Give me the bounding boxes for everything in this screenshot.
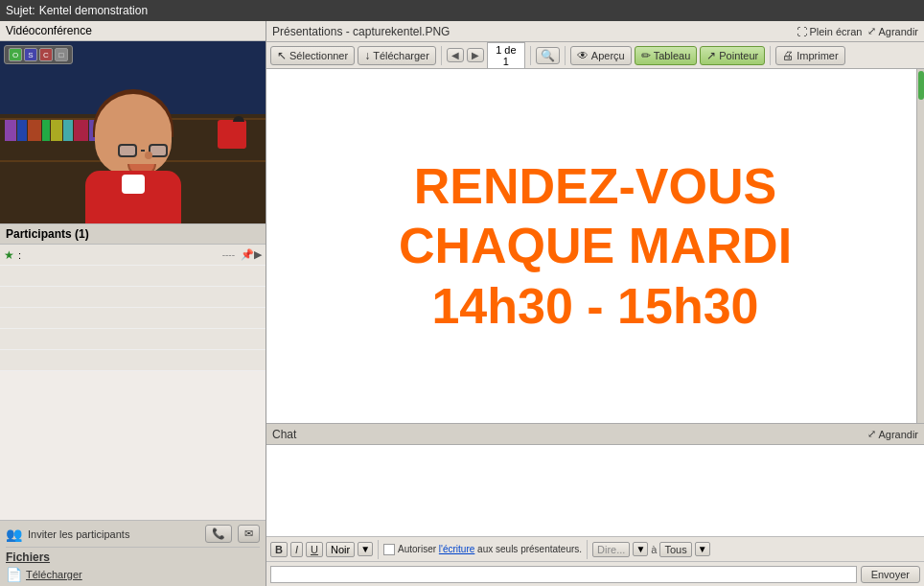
download-icon: ↓ [364, 49, 370, 62]
page-display: 1 de 1 [487, 42, 525, 69]
avatar-collar [122, 175, 145, 194]
select-icon: ↖ [277, 49, 287, 62]
osc-btn-sq[interactable]: □ [55, 48, 68, 61]
bold-button[interactable]: B [270, 542, 288, 557]
participant-star-icon: ★ [4, 248, 14, 262]
fichiers-download-link[interactable]: Télécharger [26, 569, 82, 580]
download-label: Télécharger [373, 50, 429, 61]
chat-title: Chat [272, 428, 296, 441]
dire-dropdown[interactable]: ▼ [633, 542, 648, 556]
imprimer-label: Imprimer [797, 50, 838, 61]
chat-permission: Autoriser l'écriture aux seuls présentat… [383, 544, 582, 555]
tous-button[interactable]: Tous [659, 542, 691, 557]
avatar-body [85, 171, 181, 223]
zoom-button[interactable]: 🔍 [536, 47, 560, 64]
agrandir-button-pres[interactable]: ⤢ Agrandir [867, 25, 918, 37]
participants-title: Participants (1) [6, 227, 89, 241]
zoom-icon: 🔍 [541, 49, 555, 62]
osc-btn-c[interactable]: C [39, 48, 53, 61]
pointeur-label: Pointeur [719, 50, 758, 61]
select-button[interactable]: ↖ Sélectionner [270, 46, 355, 65]
left-panel: Vidéoconférence [0, 21, 266, 586]
chat-agrandir-button[interactable]: ⤢ Agrandir [867, 428, 918, 440]
subject-value: Kentel demonstration [39, 4, 148, 17]
chat-header: Chat ⤢ Agrandir [266, 424, 924, 445]
send-button[interactable]: Envoyer [861, 566, 920, 583]
slide-content: RENDEZ-VOUS CHAQUE MARDI 14h30 - 15h30 [380, 137, 811, 355]
users-icon: 👥 [6, 527, 22, 542]
slide-line-1: RENDEZ-VOUS [399, 156, 792, 216]
participant-row: ★ : ---- 📌 ▶ [0, 245, 266, 266]
empty-row-2 [0, 287, 266, 308]
permission-text: Autoriser l'écriture aux seuls présentat… [398, 544, 582, 554]
subject-label: Sujet: [6, 4, 35, 17]
osc-btn-s[interactable]: S [24, 48, 37, 61]
participants-list: ★ : ---- 📌 ▶ [0, 245, 266, 520]
pen-icon: ✏ [641, 49, 651, 62]
chat-separator-1 [378, 540, 379, 559]
apercu-button[interactable]: 👁 Aperçu [570, 46, 632, 65]
pointer-icon: ↗ [706, 49, 716, 62]
italic-button[interactable]: I [290, 542, 303, 557]
empty-row-3 [0, 308, 266, 329]
avatar-glasses [118, 144, 168, 157]
tableau-button[interactable]: ✏ Tableau [635, 46, 698, 65]
phone-button[interactable]: 📞 [205, 525, 232, 543]
a-label: à [651, 544, 657, 555]
fichiers-header: Fichiers [6, 551, 260, 564]
dire-button[interactable]: Dire... [592, 542, 630, 557]
invite-label: Inviter les participants [28, 528, 199, 540]
presentation-toolbar: ↖ Sélectionner ↓ Télécharger ◀ ▶ 1 de 1 … [266, 42, 924, 69]
agrandir-label: Agrandir [878, 26, 918, 37]
presentation-title: Présentations - capturekentel.PNG [272, 25, 450, 38]
tous-dropdown[interactable]: ▼ [695, 542, 710, 556]
chat-input[interactable] [270, 566, 857, 583]
video-area: O S C □ [0, 41, 266, 223]
chat-toolbar: B I U Noir ▼ Autoriser l'écriture aux se… [266, 536, 924, 561]
color-dropdown[interactable]: ▼ [358, 542, 373, 556]
scroll-thumb[interactable] [918, 71, 924, 100]
toolbar-separator-1 [441, 46, 442, 65]
fichiers-section: Fichiers 📄 Télécharger [6, 547, 260, 582]
resize-icon: ⤢ [867, 25, 876, 37]
right-panel: Présentations - capturekentel.PNG ⛶ Plei… [266, 21, 924, 586]
empty-row-1 [0, 266, 266, 287]
chat-input-row: Envoyer [266, 561, 924, 586]
presentation-header: Présentations - capturekentel.PNG ⛶ Plei… [266, 21, 924, 42]
print-icon: 🖨 [782, 49, 794, 62]
empty-row-4 [0, 329, 266, 350]
permission-link[interactable]: l'écriture [439, 544, 474, 554]
participants-header: Participants (1) [0, 223, 266, 245]
pin-icon[interactable]: 📌 [241, 248, 254, 261]
toolbar-separator-4 [770, 46, 771, 65]
chat-messages [266, 445, 924, 536]
download-button[interactable]: ↓ Télécharger [358, 46, 436, 65]
chat-resize-icon: ⤢ [867, 428, 876, 440]
permission-checkbox[interactable] [383, 544, 395, 555]
phone-icon: 📞 [212, 527, 225, 539]
osc-toolbar: O S C □ [4, 45, 73, 64]
participant-name: : [18, 249, 222, 261]
slide-line-2: CHAQUE MARDI [399, 216, 792, 275]
file-download-icon: 📄 [6, 567, 22, 582]
presentation-scrollbar[interactable] [916, 69, 924, 423]
imprimer-button[interactable]: 🖨 Imprimer [775, 46, 844, 65]
color-label: Noir [331, 544, 350, 555]
prev-page-button[interactable]: ◀ [447, 48, 464, 62]
eye-icon: 👁 [577, 49, 589, 62]
expand-icon[interactable]: ▶ [254, 248, 262, 261]
tableau-label: Tableau [654, 50, 691, 61]
title-bar: Sujet: Kentel demonstration [0, 0, 924, 21]
email-button[interactable]: ✉ [238, 525, 260, 543]
chat-section: Chat ⤢ Agrandir B I U Noir ▼ Autorise [266, 423, 924, 586]
next-page-button[interactable]: ▶ [467, 48, 484, 62]
osc-btn-o[interactable]: O [9, 48, 22, 61]
fullscreen-button[interactable]: ⛶ Plein écran [797, 26, 862, 37]
toolbar-separator-2 [530, 46, 531, 65]
underline-button[interactable]: U [306, 542, 323, 557]
color-select[interactable]: Noir [326, 542, 355, 557]
fullscreen-icon: ⛶ [797, 26, 807, 37]
empty-row-5 [0, 350, 266, 371]
chat-separator-2 [587, 540, 588, 559]
pointeur-button[interactable]: ↗ Pointeur [700, 46, 765, 65]
